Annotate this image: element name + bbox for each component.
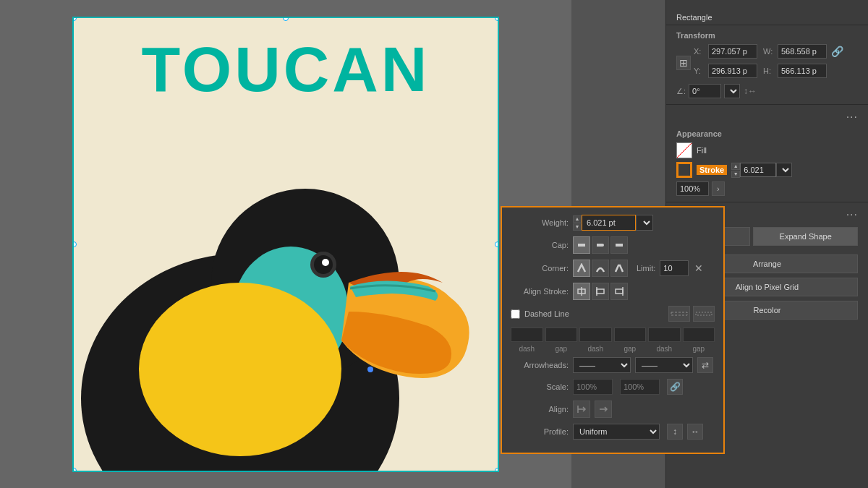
- canvas-area: TOUCAN: [0, 0, 571, 488]
- weight-label: Weight:: [511, 218, 569, 227]
- dashed-label: Dashed Line: [524, 309, 569, 318]
- limit-close[interactable]: ✕: [694, 262, 703, 274]
- cap-butt-button[interactable]: [573, 236, 590, 254]
- opacity-input[interactable]: [676, 181, 709, 196]
- weight-row: Weight: ▲ ▼: [511, 215, 715, 231]
- align-stroke-row: Align Stroke:: [511, 283, 715, 300]
- weight-down[interactable]: ▼: [573, 223, 582, 231]
- weight-input[interactable]: [582, 215, 636, 231]
- align-arrow-row: Align:: [511, 401, 715, 418]
- y-input[interactable]: [708, 64, 757, 78]
- gap3-input[interactable]: [683, 328, 715, 342]
- align-arrow-label: Align:: [511, 405, 569, 414]
- align-inside-button[interactable]: [592, 283, 609, 300]
- dashed-checkbox[interactable]: [511, 309, 520, 319]
- gap2-input[interactable]: [614, 328, 647, 342]
- angle-label: ∠:: [676, 87, 686, 96]
- flip-icons[interactable]: ↕↔: [743, 84, 757, 98]
- scale-link-button[interactable]: 🔗: [667, 379, 683, 395]
- weight-up[interactable]: ▲: [573, 215, 582, 223]
- dash-label-2: dash: [579, 345, 612, 353]
- dashed-options: [668, 306, 715, 322]
- dash-option-2[interactable]: [693, 306, 715, 322]
- handle-tm[interactable]: [283, 17, 289, 21]
- dashed-checkbox-row: Dashed Line: [511, 309, 569, 319]
- gap1-input[interactable]: [545, 328, 578, 342]
- align-arrow-2[interactable]: [595, 401, 612, 418]
- dash-label-3: dash: [648, 345, 681, 353]
- profile-flip-h[interactable]: ↕: [667, 424, 683, 440]
- align-outside-button[interactable]: [610, 283, 628, 300]
- appearance-section: Appearance Fill Stroke ▲ ▼ ›: [666, 124, 868, 202]
- stroke-unit-dropdown[interactable]: [776, 163, 792, 177]
- stroke-label[interactable]: Stroke: [697, 165, 727, 175]
- arrowheads-row: Arrowheads: —— —— ⇄: [511, 357, 715, 373]
- svg-rect-19: [671, 312, 687, 315]
- handle-tr[interactable]: [495, 17, 499, 21]
- fill-label: Fill: [697, 146, 707, 155]
- gap-label-1: gap: [545, 345, 578, 353]
- appearance-more-button[interactable]: ...: [842, 204, 862, 220]
- handle-tl[interactable]: [72, 17, 77, 21]
- svg-point-3: [139, 283, 341, 456]
- opacity-row: ›: [676, 181, 858, 196]
- stroke-swatch[interactable]: [676, 162, 692, 178]
- transform-more-button[interactable]: ...: [842, 106, 862, 122]
- limit-input[interactable]: [660, 260, 689, 276]
- fill-swatch[interactable]: [676, 142, 692, 158]
- align-stroke-buttons: [573, 283, 628, 300]
- w-input[interactable]: [778, 44, 827, 59]
- svg-point-10: [601, 244, 604, 247]
- profile-label: Profile:: [511, 427, 569, 436]
- corner-miter-button[interactable]: [573, 260, 590, 277]
- gap-label-3: gap: [683, 345, 715, 353]
- profile-select[interactable]: Uniform: [573, 424, 660, 440]
- cap-round-button[interactable]: [592, 236, 609, 254]
- y-label: Y:: [694, 67, 705, 75]
- corner-round-button[interactable]: [592, 260, 609, 277]
- fill-row: Fill: [676, 142, 858, 158]
- x-input[interactable]: [708, 44, 757, 59]
- arrowheads-label: Arrowheads:: [511, 361, 569, 369]
- scale1-input[interactable]: [573, 379, 613, 395]
- stroke-value-down[interactable]: ▼: [731, 171, 740, 178]
- align-stroke-label: Align Stroke:: [511, 287, 569, 296]
- dash-fields: [511, 328, 715, 342]
- corner-row: Corner: Limit: ✕: [511, 260, 715, 277]
- expand-shape-button[interactable]: Expand Shape: [753, 227, 858, 246]
- dash1-input[interactable]: [511, 328, 543, 342]
- corner-buttons: [573, 260, 628, 277]
- svg-rect-15: [597, 289, 604, 294]
- h-input[interactable]: [778, 64, 827, 78]
- stroke-value-input[interactable]: [740, 163, 776, 177]
- dash2-input[interactable]: [579, 328, 612, 342]
- x-label: X:: [694, 47, 705, 56]
- dash-option-1[interactable]: [668, 306, 690, 322]
- link-wh-icon[interactable]: 🔗: [830, 44, 844, 59]
- svg-rect-17: [616, 289, 623, 294]
- corner-bevel-button[interactable]: [610, 260, 628, 277]
- angle-dropdown[interactable]: [724, 84, 740, 98]
- swap-arrowheads-button[interactable]: ⇄: [697, 357, 713, 373]
- arrowhead-start-select[interactable]: ——: [573, 357, 631, 373]
- h-label: H:: [763, 67, 775, 75]
- transform-icon[interactable]: ⊞: [676, 56, 691, 70]
- gap-label-2: gap: [614, 345, 647, 353]
- profile-row: Profile: Uniform ↕ ↔: [511, 424, 715, 440]
- opacity-arrow-button[interactable]: ›: [712, 181, 725, 196]
- limit-label: Limit:: [637, 264, 655, 273]
- appearance-title: Appearance: [676, 129, 858, 138]
- dash3-input[interactable]: [648, 328, 681, 342]
- angle-input[interactable]: [689, 84, 721, 98]
- weight-unit-dropdown[interactable]: [636, 215, 653, 231]
- align-arrow-1[interactable]: [573, 401, 590, 418]
- object-type-label: Rectangle: [666, 7, 868, 25]
- cap-label: Cap:: [511, 241, 569, 249]
- arrowhead-end-select[interactable]: ——: [635, 357, 693, 373]
- scale2-input[interactable]: [620, 379, 660, 395]
- profile-flip-v[interactable]: ↔: [687, 424, 703, 440]
- cap-square-button[interactable]: [610, 236, 628, 254]
- stroke-value-up[interactable]: ▲: [731, 163, 740, 170]
- align-center-button[interactable]: [573, 283, 590, 300]
- cap-row: Cap:: [511, 236, 715, 254]
